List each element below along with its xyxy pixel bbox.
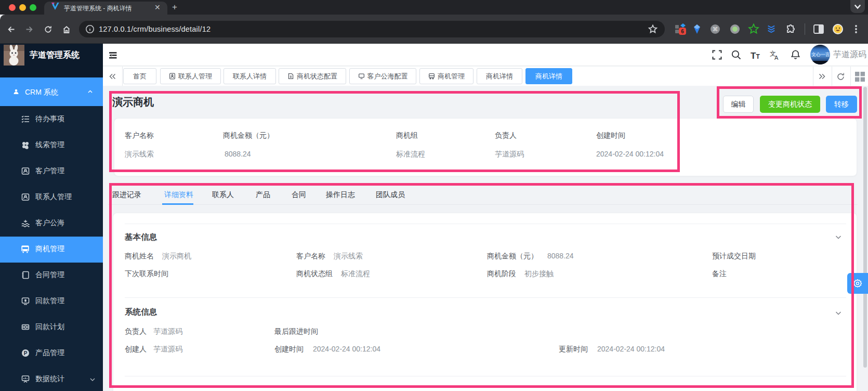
svg-text:A: A (774, 55, 779, 60)
svg-text:6: 6 (681, 29, 684, 34)
svg-text:P: P (24, 350, 28, 356)
svg-text:⌘: ⌘ (713, 26, 718, 32)
